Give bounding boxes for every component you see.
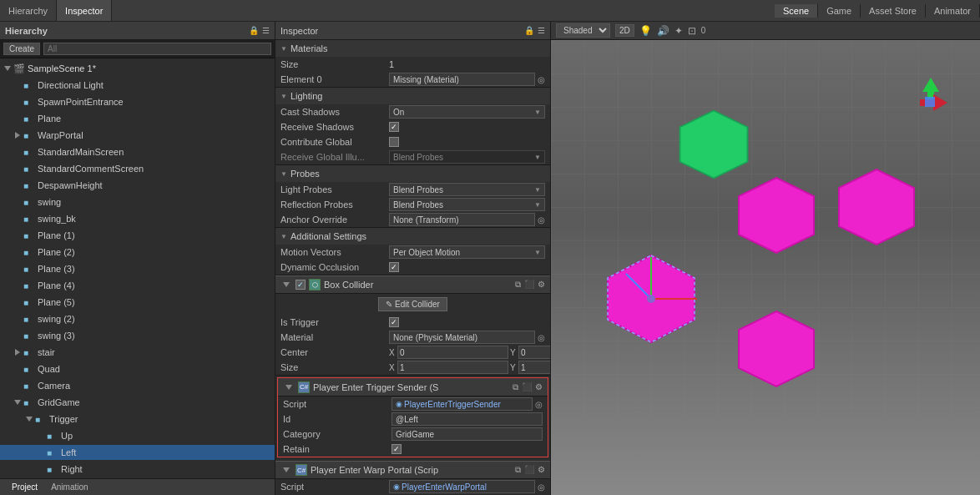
tree-item-directional-light[interactable]: ■ Directional Light: [0, 77, 275, 93]
cast-shadows-dropdown[interactable]: On ▼: [389, 105, 545, 119]
tree-item-up[interactable]: ■ Up: [0, 427, 275, 444]
tab-inspector[interactable]: Inspector: [57, 0, 112, 21]
warp-portal-icon3[interactable]: ⚙: [538, 465, 545, 475]
hierarchy-bottom-bar: Project Animation: [0, 478, 275, 495]
warp-portal-icon2[interactable]: ⬛: [524, 465, 534, 475]
tree-item-quad[interactable]: ■ Quad: [0, 361, 275, 377]
tree-item-standard-main[interactable]: ■ StandardMainScreen: [0, 144, 275, 160]
bottom-tab-project[interactable]: Project: [5, 482, 44, 492]
tree-item-stair[interactable]: ■ stair: [0, 344, 275, 361]
tree-item-standard-comment[interactable]: ■ StandardCommentScreen: [0, 160, 275, 177]
is-trigger-checkbox[interactable]: [389, 317, 399, 327]
collider-material-circle[interactable]: ◎: [538, 333, 545, 342]
trigger-sender-category-field[interactable]: GridGame: [391, 427, 543, 441]
receive-shadows-checkbox[interactable]: [389, 122, 399, 132]
toolbar-light-icon[interactable]: 💡: [639, 25, 652, 37]
label-plane2: Plane (2): [38, 247, 75, 257]
warp-portal-icon1[interactable]: ⧉: [515, 465, 521, 475]
trigger-sender-script-field[interactable]: ◉ PlayerEnterTriggerSender: [391, 397, 533, 411]
center-y-input[interactable]: [518, 346, 551, 359]
additional-section-header[interactable]: ▼ Additional Settings: [275, 228, 550, 245]
trigger-sender-id-text: @Left: [396, 415, 418, 424]
contribute-global-checkbox[interactable]: [389, 137, 399, 147]
tree-item-warp-portal[interactable]: ■ WarpPortal: [0, 127, 275, 144]
tree-item-plane5[interactable]: ■ Plane (5): [0, 294, 275, 311]
inspector-menu-icon[interactable]: ☰: [538, 26, 545, 35]
viewport-content[interactable]: [551, 40, 980, 495]
tree-item-camera[interactable]: ■ Camera: [0, 377, 275, 394]
size-y-input[interactable]: [518, 361, 551, 374]
tree-item-grid-game[interactable]: ■ GridGame: [0, 394, 275, 411]
inspector-lock-icon[interactable]: 🔒: [524, 26, 534, 35]
tree-item-right[interactable]: ■ Right: [0, 461, 275, 477]
tree-item-plane2[interactable]: ■ Plane (2): [0, 244, 275, 260]
warp-portal-script-text: PlayerEnterWarpPortal: [402, 482, 487, 492]
dynamic-occlusion-checkbox[interactable]: [389, 262, 399, 272]
trigger-sender-id-field[interactable]: @Left: [391, 412, 543, 426]
light-probes-dropdown[interactable]: Blend Probes ▼: [389, 183, 545, 196]
trigger-sender-icon2[interactable]: ⬛: [522, 382, 532, 392]
label-swing-bk: swing_bk: [38, 214, 76, 224]
shading-mode-select[interactable]: Shaded: [556, 23, 610, 38]
tree-item-plane4[interactable]: ■ Plane (4): [0, 277, 275, 294]
hierarchy-lock-icon[interactable]: 🔒: [249, 26, 259, 35]
tab-scene[interactable]: Scene: [775, 4, 818, 18]
tree-item-swing-bk[interactable]: ■ swing_bk: [0, 210, 275, 227]
go-icon-plane4: ■: [23, 281, 35, 290]
trigger-sender-icon1[interactable]: ⧉: [513, 382, 518, 392]
warp-portal-header[interactable]: C# Player Enter Warp Portal (Scrip ⧉ ⬛ ⚙: [275, 461, 550, 479]
box-collider-icon2[interactable]: ⬛: [524, 280, 534, 290]
hierarchy-search-input[interactable]: [43, 43, 271, 55]
warp-portal-script-field[interactable]: ◉ PlayerEnterWarpPortal: [389, 480, 535, 493]
view-2d-button[interactable]: 2D: [615, 24, 634, 37]
tree-item-despawn[interactable]: ■ DespawnHeight: [0, 177, 275, 194]
tree-item-trigger[interactable]: ■ Trigger: [0, 411, 275, 427]
arrow-grid-game: [12, 400, 23, 405]
anchor-override-field[interactable]: None (Transform): [389, 213, 535, 226]
probes-section-header[interactable]: ▼ Probes: [275, 165, 550, 182]
tree-item-left[interactable]: ■ Left: [0, 444, 275, 461]
tree-item-swing[interactable]: ■ swing: [0, 194, 275, 210]
toolbar-scene-icon[interactable]: ⊡: [688, 25, 696, 37]
materials-element0-field[interactable]: Missing (Material): [389, 73, 535, 86]
trigger-sender-circle[interactable]: ◎: [535, 400, 543, 409]
toolbar-audio-icon[interactable]: 🔊: [657, 25, 669, 37]
materials-element0-circle[interactable]: ◎: [538, 75, 545, 84]
nav-arrows: [910, 73, 952, 124]
tab-game[interactable]: Game: [818, 4, 861, 18]
tree-item-plane3[interactable]: ■ Plane (3): [0, 260, 275, 277]
tab-animator[interactable]: Animator: [926, 4, 980, 18]
edit-collider-button[interactable]: ✎ Edit Collider: [378, 297, 447, 311]
box-collider-icon1[interactable]: ⧉: [515, 280, 521, 290]
tree-item-plane1[interactable]: ■ Plane (1): [0, 227, 275, 244]
tree-item-scene[interactable]: 🎬 SampleScene 1*: [0, 60, 275, 77]
tree-item-swing3[interactable]: ■ swing (3): [0, 327, 275, 344]
box-collider-checkbox[interactable]: [296, 280, 306, 290]
box-collider-icon3[interactable]: ⚙: [538, 280, 545, 290]
trigger-sender-header[interactable]: C# Player Enter Trigger Sender (S ⧉ ⬛ ⚙: [278, 378, 548, 397]
label-directional-light: Directional Light: [38, 80, 104, 90]
reflection-probes-dropdown[interactable]: Blend Probes ▼: [389, 198, 545, 211]
lighting-section-header[interactable]: ▼ Lighting: [275, 88, 550, 104]
trigger-sender-retain-checkbox[interactable]: [391, 444, 402, 454]
anchor-override-circle[interactable]: ◎: [538, 215, 545, 225]
size-x-input[interactable]: [397, 361, 508, 374]
materials-label: Materials: [290, 43, 328, 53]
tab-asset-store[interactable]: Asset Store: [861, 4, 926, 18]
tree-item-plane[interactable]: ■ Plane: [0, 110, 275, 127]
create-button[interactable]: Create: [3, 43, 40, 55]
toolbar-fx-icon[interactable]: ✦: [674, 25, 683, 37]
warp-portal-script-circle[interactable]: ◎: [538, 482, 545, 492]
tree-item-spawn-point[interactable]: ■ SpawnPointEntrance: [0, 93, 275, 110]
motion-vectors-dropdown[interactable]: Per Object Motion ▼: [389, 245, 545, 259]
tab-hierarchy[interactable]: Hierarchy: [0, 0, 57, 21]
hex-pink2: [835, 165, 918, 249]
collider-material-field[interactable]: None (Physic Material): [389, 331, 535, 344]
bottom-tab-animation[interactable]: Animation: [44, 482, 94, 492]
center-x-input[interactable]: [397, 346, 508, 359]
tree-item-swing2[interactable]: ■ swing (2): [0, 311, 275, 327]
materials-section-header[interactable]: ▼ Materials: [275, 40, 550, 57]
hierarchy-menu-icon[interactable]: ☰: [262, 26, 270, 35]
box-collider-header[interactable]: ⬡ Box Collider ⧉ ⬛ ⚙: [275, 275, 550, 294]
trigger-sender-icon3[interactable]: ⚙: [535, 382, 543, 392]
